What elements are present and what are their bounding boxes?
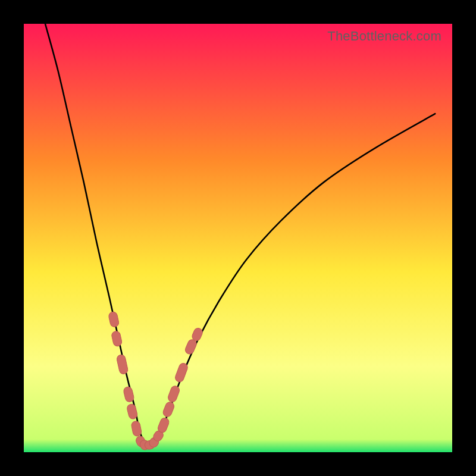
trough-marker xyxy=(174,362,189,383)
trough-marker xyxy=(111,330,123,347)
trough-marker xyxy=(123,386,134,403)
watermark-text: TheBottleneck.com xyxy=(327,29,441,44)
trough-marker xyxy=(167,385,180,403)
trough-markers xyxy=(24,24,452,452)
trough-marker xyxy=(116,354,129,375)
trough-marker xyxy=(108,311,120,328)
plot-area: TheBottleneck.com xyxy=(24,24,452,452)
trough-marker xyxy=(126,403,138,420)
trough-marker xyxy=(162,401,176,418)
trough-marker xyxy=(131,421,142,437)
frame-root: TheBottleneck.com xyxy=(0,0,476,476)
